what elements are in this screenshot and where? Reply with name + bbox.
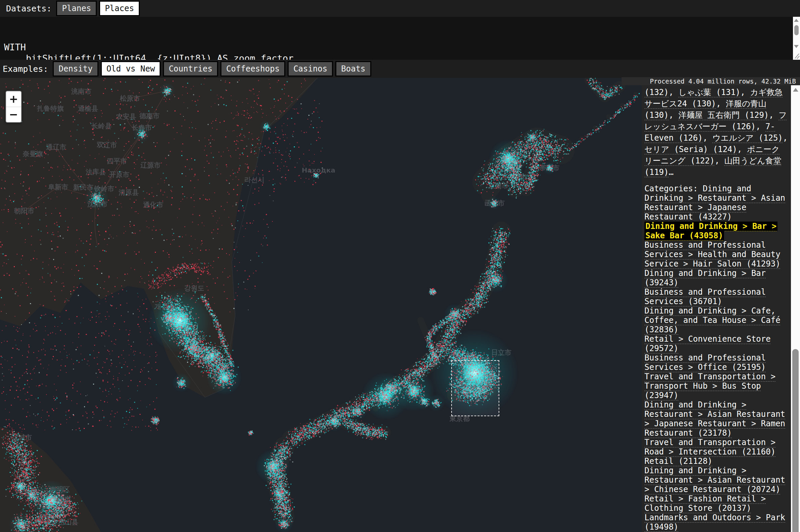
status-bar: Processed 4.04 million rows, 42.32 MiB [622,77,800,85]
sidebar-scrollbar-thumb[interactable] [792,349,799,532]
sql-scrollbar-thumb[interactable] [794,25,799,35]
sql-line: bitShiftLeft(1::UInt64, {z:UInt8}) AS zo… [4,53,790,60]
example-button[interactable]: Coffeeshops [220,61,285,77]
category-link[interactable]: Dining and Drinking > Restaurant > Asian… [644,400,785,438]
scroll-down-icon[interactable] [794,45,799,48]
brand-link[interactable]: セリア (Seria) (124) [644,145,737,154]
datasets-bar: Datasets: PlanesPlaces [0,0,800,17]
scroll-up-icon[interactable] [793,88,798,92]
brand-link[interactable]: しゃぶ葉 (131) [678,88,740,97]
app-root: Datasets: PlanesPlaces WITH bitShiftLeft… [0,0,800,532]
sql-lines: WITH bitShiftLeft(1::UInt64, {z:UInt8}) … [4,42,790,60]
example-button[interactable]: Old vs New [101,61,161,77]
zoom-out-button[interactable]: − [6,107,21,122]
examples-label: Examples: [3,64,48,74]
example-button[interactable]: Boats [335,61,371,77]
top-brands-list: (132), しゃぶ葉 (131), カギ救急サービス24 (130), 洋服の… [644,87,788,178]
example-button[interactable]: Density [53,61,98,77]
categories-list: Categories: Dining and Drinking > Restau… [644,184,788,532]
dataset-button[interactable]: Places [99,1,140,16]
category-link[interactable]: Dining and Drinking > Restaurant > Asian… [644,466,785,494]
scroll-up-icon[interactable] [794,19,799,22]
category-link[interactable]: Landmarks and Outdoors > Park (19498) [644,513,785,532]
category-link[interactable]: Business and Professional Services > Hea… [644,240,781,268]
brand-link[interactable]: ウエルシア (125) [712,133,783,142]
brands-ellipsis: … [669,168,673,177]
zoom-in-button[interactable]: + [6,91,21,107]
dataset-button[interactable]: Planes [56,1,97,16]
results-sidebar: (132), しゃぶ葉 (131), カギ救急サービス24 (130), 洋服の… [642,85,800,532]
category-link[interactable]: Retail (21128) [644,456,712,466]
category-link[interactable]: Travel and Transportation > Road > Inter… [644,438,776,456]
categories-label: Categories: [644,184,703,193]
example-button[interactable]: Casinos [288,61,333,77]
datasets-label: Datasets: [6,4,51,14]
example-button[interactable]: Countries [163,61,218,77]
category-link[interactable]: Retail > Convenience Store (29572) [644,334,771,353]
sql-line: WITH [4,42,790,53]
sql-editor-scrollbar[interactable] [793,17,800,50]
sidebar-scrollbar[interactable] [791,85,800,532]
map-selection-rectangle [451,360,499,416]
map-zoom-control: + − [5,91,22,123]
examples-buttons: DensityOld vs NewCountriesCoffeeshopsCas… [53,61,373,77]
category-link[interactable]: Dining and Drinking > Cafe, Coffee, and … [644,306,781,334]
category-link[interactable]: Business and Professional Services (3670… [644,287,766,306]
category-link[interactable]: Travel and Transportation > Transport Hu… [644,372,776,400]
brand-link[interactable]: (132) [644,88,669,97]
textarea-resize-grip-icon[interactable] [793,50,800,60]
examples-bar: Examples: DensityOld vs NewCountriesCoff… [0,60,800,78]
category-link[interactable]: Dining and Drinking > Bar (39243) [644,268,766,287]
category-link[interactable]: Retail > Fashion Retail > Clothing Store… [644,494,766,513]
datasets-buttons: PlanesPlaces [56,1,142,16]
sql-query-editor[interactable]: WITH bitShiftLeft(1::UInt64, {z:UInt8}) … [0,17,800,60]
category-link[interactable]: Dining and Drinking > Bar > Sake Bar (43… [644,222,778,240]
category-link[interactable]: Business and Professional Services > Off… [644,353,766,372]
brand-link[interactable]: 洋麺屋 五右衛門 (129) [678,110,769,120]
